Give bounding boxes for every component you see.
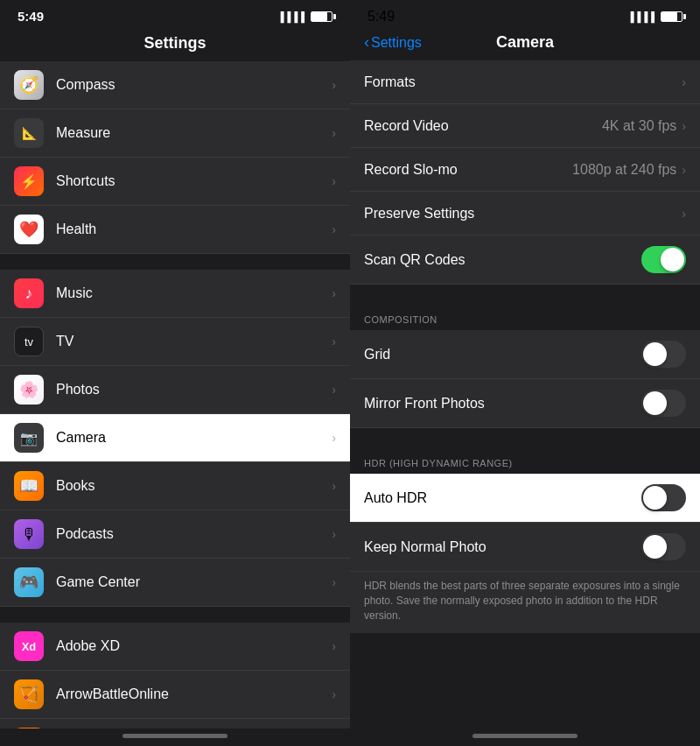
photos-chevron: › xyxy=(332,383,336,397)
music-chevron: › xyxy=(332,286,336,300)
settings-item-podcasts[interactable]: 🎙 Podcasts › xyxy=(0,510,350,559)
section-gap-3 xyxy=(350,285,700,300)
left-home-bar xyxy=(122,734,228,738)
left-title: Settings xyxy=(0,29,350,61)
settings-item-arrowbattle[interactable]: 🏹 ArrowBattleOnline › xyxy=(0,671,350,719)
settings-item-music[interactable]: ♪ Music › xyxy=(0,270,350,318)
grid-label: Grid xyxy=(364,347,641,362)
camera-item-scan-qr[interactable]: Scan QR Codes xyxy=(350,236,700,285)
formats-label: Formats xyxy=(364,74,682,90)
section-gap-4 xyxy=(350,428,700,444)
camera-label: Camera xyxy=(56,430,332,446)
camera-item-keep-normal[interactable]: Keep Normal Photo xyxy=(350,523,700,572)
arrowbattle-chevron: › xyxy=(332,687,336,701)
auto-hdr-label: Auto HDR xyxy=(364,490,641,506)
camera-item-mirror-front[interactable]: Mirror Front Photos xyxy=(350,379,700,428)
compass-label: Compass xyxy=(56,77,332,93)
preserve-chevron: › xyxy=(682,207,686,221)
mirror-front-toggle-knob xyxy=(643,391,667,415)
settings-item-books[interactable]: 📖 Books › xyxy=(0,462,350,510)
podcasts-chevron: › xyxy=(332,527,336,541)
music-icon: ♪ xyxy=(14,278,44,308)
right-home-indicator xyxy=(350,728,700,746)
camera-section-hdr: HDR (HIGH DYNAMIC RANGE) Auto HDR Keep N… xyxy=(350,444,700,633)
auto-hdr-toggle[interactable] xyxy=(641,484,686,511)
right-status-icons: ▐▐▐▐ xyxy=(627,11,682,22)
camera-section-main: Formats › Record Video 4K at 30 fps › Re… xyxy=(350,60,700,285)
right-header: ‹ Settings Camera xyxy=(350,30,700,60)
gamecenter-label: Game Center xyxy=(56,574,332,590)
camera-section-composition: COMPOSITION Grid Mirror Front Photos xyxy=(350,300,700,428)
settings-item-compass[interactable]: 🧭 Compass › xyxy=(0,61,350,109)
right-time: 5:49 xyxy=(368,9,395,25)
adobexd-label: Adobe XD xyxy=(56,638,332,654)
arrowbattle-label: ArrowBattleOnline xyxy=(56,686,332,702)
books-icon: 📖 xyxy=(14,471,44,501)
mirror-front-label: Mirror Front Photos xyxy=(364,396,641,412)
left-panel: 5:49 ▐▐▐▐ Settings 🧭 Compass › 📐 Measure… xyxy=(0,0,350,746)
settings-item-shortcuts[interactable]: ⚡ Shortcuts › xyxy=(0,158,350,206)
left-home-indicator xyxy=(0,728,350,746)
record-video-chevron: › xyxy=(682,119,686,133)
settings-item-adobexd[interactable]: Xd Adobe XD › xyxy=(0,623,350,671)
record-video-label: Record Video xyxy=(364,118,602,134)
books-label: Books xyxy=(56,478,332,494)
camera-icon: 📷 xyxy=(14,423,44,453)
left-status-icons: ▐▐▐▐ xyxy=(277,11,332,22)
mirror-front-toggle[interactable] xyxy=(641,390,686,417)
settings-item-tv[interactable]: tv TV › xyxy=(0,318,350,366)
camera-item-grid[interactable]: Grid xyxy=(350,330,700,379)
right-battery-icon xyxy=(659,11,682,22)
camera-item-record-video[interactable]: Record Video 4K at 30 fps › xyxy=(350,104,700,148)
record-slomo-chevron: › xyxy=(682,163,686,177)
preserve-label: Preserve Settings xyxy=(364,206,682,222)
formats-chevron: › xyxy=(682,75,686,89)
hdr-description: HDR blends the best parts of three separ… xyxy=(350,572,700,633)
tv-label: TV xyxy=(56,334,332,349)
shortcuts-icon: ⚡ xyxy=(14,166,44,196)
scan-qr-toggle[interactable] xyxy=(641,246,686,273)
camera-item-auto-hdr[interactable]: Auto HDR xyxy=(350,474,700,523)
signal-icon: ▐▐▐▐ xyxy=(277,11,304,22)
right-signal-icon: ▐▐▐▐ xyxy=(627,11,654,22)
camera-item-record-slomo[interactable]: Record Slo-mo 1080p at 240 fps › xyxy=(350,148,700,192)
settings-item-health[interactable]: ❤️ Health › xyxy=(0,206,350,254)
settings-item-dailyapp[interactable]: 🔥 DailyAppDeals › xyxy=(0,719,350,728)
books-chevron: › xyxy=(332,479,336,493)
keep-normal-toggle[interactable] xyxy=(641,533,686,560)
compass-icon: 🧭 xyxy=(14,70,44,100)
camera-settings-list: Formats › Record Video 4K at 30 fps › Re… xyxy=(350,60,700,728)
left-status-bar: 5:49 ▐▐▐▐ xyxy=(0,0,350,29)
settings-item-photos[interactable]: 🌸 Photos › xyxy=(0,366,350,414)
gamecenter-icon: 🎮 xyxy=(14,567,44,597)
settings-list: 🧭 Compass › 📐 Measure › ⚡ Shortcuts › ❤️… xyxy=(0,61,350,728)
health-chevron: › xyxy=(332,222,336,236)
podcasts-label: Podcasts xyxy=(56,526,332,542)
camera-item-formats[interactable]: Formats › xyxy=(350,60,700,104)
photos-icon: 🌸 xyxy=(14,375,44,405)
battery-icon xyxy=(309,11,332,22)
photos-label: Photos xyxy=(56,382,332,398)
right-status-bar: 5:49 ▐▐▐▐ xyxy=(350,0,700,30)
grid-toggle-knob xyxy=(643,342,667,366)
record-slomo-label: Record Slo-mo xyxy=(364,162,572,178)
settings-item-camera[interactable]: 📷 Camera › xyxy=(0,414,350,462)
back-label: Settings xyxy=(371,35,422,51)
back-button[interactable]: ‹ Settings xyxy=(364,33,422,52)
scan-qr-label: Scan QR Codes xyxy=(364,252,641,268)
health-icon: ❤️ xyxy=(14,215,44,244)
measure-label: Measure xyxy=(56,125,332,141)
grid-toggle[interactable] xyxy=(641,341,686,368)
shortcuts-chevron: › xyxy=(332,174,336,188)
record-video-value: 4K at 30 fps xyxy=(602,118,676,134)
podcasts-icon: 🎙 xyxy=(14,519,44,549)
camera-item-preserve[interactable]: Preserve Settings › xyxy=(350,192,700,236)
section-gap-1 xyxy=(0,254,350,270)
settings-item-measure[interactable]: 📐 Measure › xyxy=(0,109,350,158)
right-title: Camera xyxy=(496,33,554,52)
adobexd-icon: Xd xyxy=(14,631,44,661)
composition-section-label: COMPOSITION xyxy=(350,300,700,330)
settings-item-gamecenter[interactable]: 🎮 Game Center › xyxy=(0,559,350,607)
right-panel: 5:49 ▐▐▐▐ ‹ Settings Camera Formats › Re… xyxy=(350,0,700,746)
camera-chevron: › xyxy=(332,431,336,445)
